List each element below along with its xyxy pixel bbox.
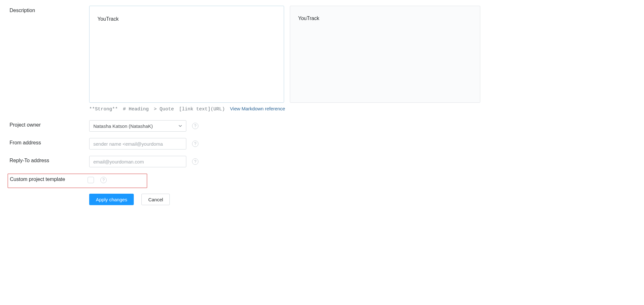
help-icon[interactable]: ?	[100, 177, 107, 183]
md-hint-quote: > Quote	[154, 107, 174, 112]
help-icon[interactable]: ?	[192, 158, 198, 165]
label-custom-template: Custom project template	[10, 175, 88, 182]
help-icon[interactable]: ?	[192, 141, 198, 147]
description-controls: YouTrack	[89, 6, 487, 103]
row-reply-to: Reply-To address ?	[10, 156, 487, 167]
help-icon[interactable]: ?	[192, 123, 198, 129]
row-from-address: From address ?	[10, 138, 487, 149]
markdown-reference-link[interactable]: View Markdown reference	[230, 106, 285, 111]
custom-template-controls: ?	[88, 175, 145, 183]
md-hint-link: [link text](URL)	[179, 107, 225, 112]
markdown-hints: **Strong** # Heading > Quote [link text]…	[89, 106, 487, 112]
row-custom-template: Custom project template ?	[8, 174, 147, 188]
label-project-owner: Project owner	[10, 120, 89, 128]
project-settings-form: Description YouTrack **Strong** # Headin…	[0, 0, 497, 218]
from-address-controls: ?	[89, 138, 487, 149]
project-owner-select[interactable]: Natasha Katson (NatashaK)	[89, 120, 186, 132]
project-owner-selected: Natasha Katson (NatashaK)	[93, 123, 153, 129]
label-from-address: From address	[10, 138, 89, 146]
chevron-down-icon	[178, 124, 182, 128]
label-description: Description	[10, 6, 89, 13]
description-editor[interactable]	[89, 6, 284, 103]
reply-to-input[interactable]	[89, 156, 186, 167]
row-project-owner: Project owner Natasha Katson (NatashaK) …	[10, 120, 487, 132]
md-hint-heading: # Heading	[123, 107, 149, 112]
apply-changes-button[interactable]: Apply changes	[89, 194, 134, 205]
cancel-button[interactable]: Cancel	[141, 194, 170, 205]
custom-template-checkbox[interactable]	[88, 177, 94, 183]
label-reply-to: Reply-To address	[10, 156, 89, 163]
md-hint-strong: **Strong**	[89, 107, 118, 112]
from-address-input[interactable]	[89, 138, 186, 149]
description-preview: YouTrack	[290, 6, 480, 103]
row-description: Description YouTrack	[10, 6, 487, 103]
form-actions: Apply changes Cancel	[89, 194, 487, 205]
reply-to-controls: ?	[89, 156, 487, 167]
project-owner-controls: Natasha Katson (NatashaK) ?	[89, 120, 487, 132]
